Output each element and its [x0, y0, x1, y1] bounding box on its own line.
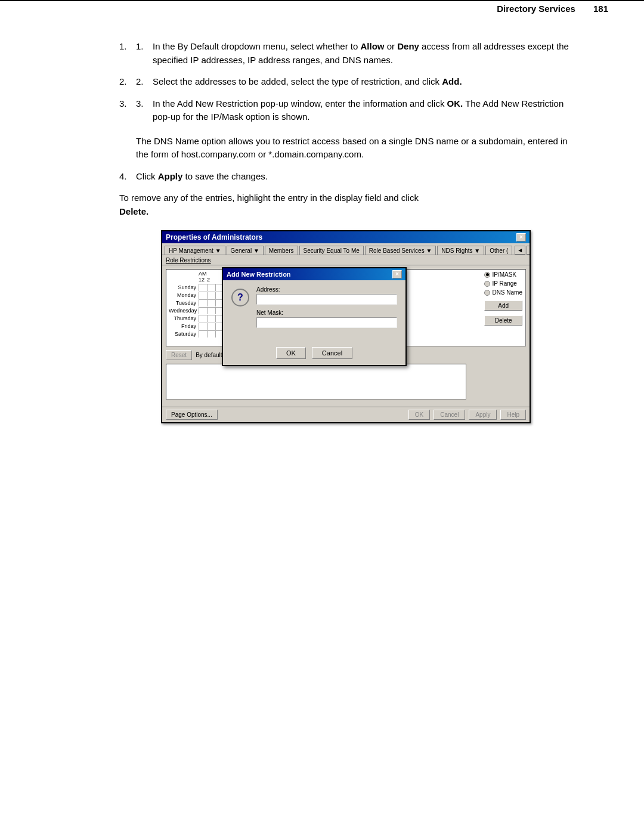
address-input[interactable]: [256, 294, 397, 305]
radio-ipmask-btn[interactable]: [484, 272, 490, 278]
list-item-2: 2. Select the addresses to be added, sel…: [119, 75, 572, 89]
overlay-title: Add New Restriction: [227, 271, 291, 278]
screenshot-wrapper: Properties of Administrators × HP Manage…: [119, 230, 572, 423]
display-field: [166, 364, 466, 400]
header-page: 181: [593, 4, 608, 14]
tab-hp-management[interactable]: HP Management ▼: [165, 246, 225, 255]
tab-bar: HP Management ▼ General ▼ Members Securi…: [162, 243, 530, 255]
netmask-label: Net Mask:: [256, 309, 397, 316]
header-bar: Directory Services 181: [0, 0, 644, 16]
radio-iprange-btn[interactable]: [484, 281, 490, 287]
main-dialog: Properties of Administrators × HP Manage…: [161, 230, 531, 423]
address-label: Address:: [256, 286, 397, 293]
overlay-close-button[interactable]: ×: [392, 270, 402, 278]
page-container: Directory Services 181 1. In the By Defa…: [0, 0, 644, 833]
list-item-4: 4. Click Apply to save the changes.: [119, 170, 572, 184]
list-item-2-text: Select the addresses to be added, select…: [153, 75, 572, 89]
radio-dnsname-label: DNS Name: [492, 289, 522, 296]
radio-dnsname: DNS Name: [484, 289, 522, 296]
reset-button[interactable]: Reset: [166, 350, 192, 360]
tab-role-based[interactable]: Role Based Services ▼: [365, 246, 436, 255]
overlay-cancel-button[interactable]: Cancel: [312, 347, 352, 359]
overlay-body: ? Address: Net Mask:: [223, 280, 405, 343]
main-dialog-titlebar: Properties of Administrators ×: [162, 231, 530, 243]
tab-left-arrow[interactable]: ◄: [515, 246, 525, 255]
right-panel: IP/MASK IP Range DNS Name Add D: [484, 269, 522, 326]
tab-right-arrow[interactable]: ►: [527, 246, 530, 255]
overlay-dialog: Add New Restriction × ? Address: Net Mas…: [222, 267, 407, 366]
tab-security[interactable]: Security Equal To Me: [299, 246, 364, 255]
by-default-label: By default,: [196, 352, 224, 358]
main-dialog-title: Properties of Administrators: [166, 233, 262, 241]
titlebar-buttons: ×: [516, 233, 526, 241]
content-area: 1. In the By Default dropdown menu, sele…: [0, 16, 644, 447]
tab-nds-rights[interactable]: NDS Rights ▼: [437, 246, 484, 255]
add-button[interactable]: Add: [484, 301, 522, 311]
radio-dnsname-btn[interactable]: [484, 290, 490, 296]
radio-ipmask: IP/MASK: [484, 271, 522, 278]
overlay-footer: OK Cancel: [223, 343, 405, 365]
dialog-footer: Page Options... OK Cancel Apply Help: [162, 407, 530, 422]
tab-members[interactable]: Members: [265, 246, 298, 255]
overlay-titlebar: Add New Restriction ×: [223, 268, 405, 280]
close-button[interactable]: ×: [516, 233, 526, 241]
netmask-input[interactable]: [256, 317, 397, 328]
list-item-1: 1. In the By Default dropdown menu, sele…: [119, 40, 572, 67]
tab-general[interactable]: General ▼: [227, 246, 264, 255]
cancel-button[interactable]: Cancel: [434, 410, 465, 420]
list-item-3-text: In the Add New Restriction pop-up window…: [153, 97, 572, 124]
indent-para: The DNS Name option allows you to restri…: [136, 135, 572, 162]
apply-button[interactable]: Apply: [469, 410, 497, 420]
radio-ipmask-label: IP/MASK: [492, 271, 516, 278]
radio-iprange-label: IP Range: [492, 280, 517, 287]
overlay-ok-button[interactable]: OK: [276, 347, 306, 359]
sub-tab-bar: Role Restrictions: [162, 255, 530, 265]
header-title: Directory Services: [497, 4, 575, 14]
list-item-3: 3. In the Add New Restriction pop-up win…: [119, 97, 572, 124]
ok-button[interactable]: OK: [408, 410, 430, 420]
radio-iprange: IP Range: [484, 280, 522, 287]
page-options-button[interactable]: Page Options...: [166, 410, 218, 420]
delete-button[interactable]: Delete: [484, 315, 522, 326]
help-button[interactable]: Help: [500, 410, 526, 420]
instruction-list: 1. In the By Default dropdown menu, sele…: [119, 40, 572, 124]
sub-tab-role-restrictions[interactable]: Role Restrictions: [166, 257, 211, 264]
delete-para: To remove any of the entries, highlight …: [119, 191, 572, 218]
overlay-icon: ?: [231, 289, 249, 306]
tab-other[interactable]: Other (: [485, 246, 512, 255]
list-item-1-text: In the By Default dropdown menu, select …: [153, 40, 572, 67]
